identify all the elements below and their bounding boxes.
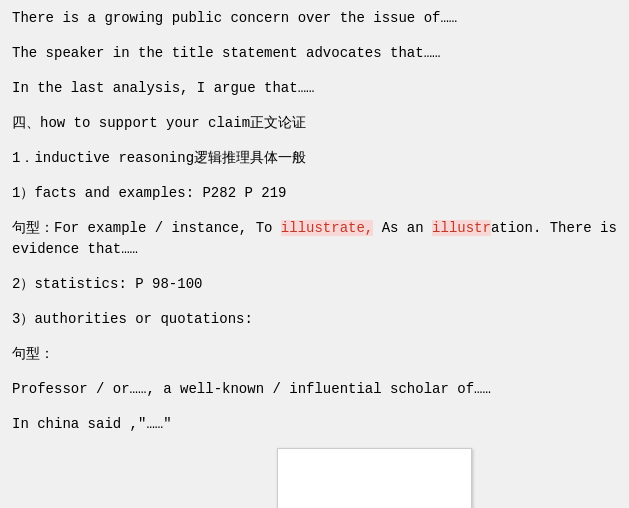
line-9: 3）authorities or quotations:: [12, 309, 617, 330]
line-5: 1．inductive reasoning逻辑推理具体一般: [12, 148, 617, 169]
line-6: 1）facts and examples: P282 P 219: [12, 183, 617, 204]
line-12: In china said ,"……": [12, 414, 617, 435]
line-1-text: There is a growing public concern over t…: [12, 10, 457, 26]
line-7-prefix: 句型：For example / instance, To: [12, 220, 281, 236]
line-6-text: 1）facts and examples: P282 P 219: [12, 185, 286, 201]
line-7-highlight1: illustrate,: [281, 220, 373, 236]
line-7: 句型：For example / instance, To illustrate…: [12, 218, 617, 260]
line-7-highlight2: illustr: [432, 220, 491, 236]
line-5-text: 1．inductive reasoning逻辑推理具体一般: [12, 150, 306, 166]
line-2: The speaker in the title statement advoc…: [12, 43, 617, 64]
line-11-text: Professor / or……, a well-known / influen…: [12, 381, 491, 397]
line-10: 句型：: [12, 344, 617, 365]
line-3: In the last analysis, I argue that……: [12, 78, 617, 99]
line-1: There is a growing public concern over t…: [12, 8, 617, 29]
line-12-text: In china said ,"……": [12, 416, 172, 432]
line-9-text: 3）authorities or quotations:: [12, 311, 253, 327]
document-content: There is a growing public concern over t…: [12, 8, 617, 435]
popup-box: [277, 448, 472, 508]
line-8: 2）statistics: P 98-100: [12, 274, 617, 295]
line-11: Professor / or……, a well-known / influen…: [12, 379, 617, 400]
line-10-text: 句型：: [12, 346, 54, 362]
line-2-text: The speaker in the title statement advoc…: [12, 45, 440, 61]
line-7-space: As an: [373, 220, 432, 236]
line-4: 四、how to support your claim正文论证: [12, 113, 617, 134]
line-8-text: 2）statistics: P 98-100: [12, 276, 202, 292]
line-3-text: In the last analysis, I argue that……: [12, 80, 314, 96]
line-4-text: 四、how to support your claim正文论证: [12, 115, 306, 131]
